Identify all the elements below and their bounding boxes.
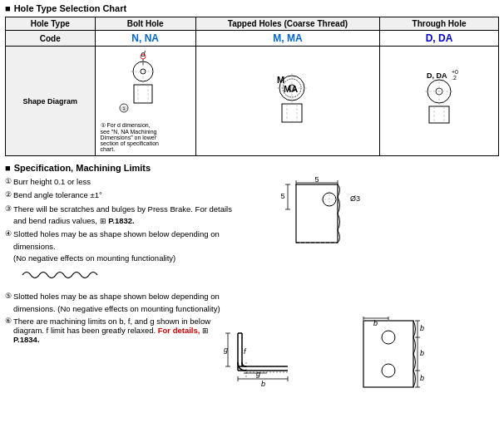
spec-6-num: ⑥ bbox=[5, 317, 12, 344]
dimension-diagram: 5 Ø3 5 bbox=[254, 176, 388, 268]
spec-1-text: Burr height 0.1 or less bbox=[13, 176, 91, 188]
svg-rect-19 bbox=[282, 104, 302, 122]
machining-diagrams: f g b g bbox=[221, 317, 499, 391]
machining-right-diagram: b b b b bbox=[359, 317, 451, 391]
col-header-bolt: Bolt Hole bbox=[95, 17, 195, 31]
spec-item-1: ① Burr height 0.1 or less bbox=[5, 176, 246, 188]
spec-5-num: ⑤ bbox=[5, 291, 12, 315]
spec-item-3: ③ There will be scratches and bulges by … bbox=[5, 204, 246, 228]
svg-point-65 bbox=[382, 331, 395, 344]
svg-text:b: b bbox=[261, 380, 265, 388]
spec-5-text: Slotted holes may be as shape shown belo… bbox=[13, 291, 246, 315]
svg-point-66 bbox=[382, 364, 395, 377]
tapped-code: M, MA bbox=[195, 31, 379, 47]
spec-title-text: Specification, Machining Limits bbox=[14, 163, 151, 173]
bolt-code-text: N, NA bbox=[131, 32, 159, 44]
through-shape-cell: D, DA +0 .2 bbox=[380, 47, 499, 156]
spec-item-2: ② Bend angle tolerance ±1° bbox=[5, 189, 246, 201]
svg-text:Ø3: Ø3 bbox=[350, 194, 360, 203]
spec-item-6: ⑥ There are machining limits on b, f, an… bbox=[5, 317, 213, 344]
spec-section: ① Burr height 0.1 or less ② Bend angle t… bbox=[5, 176, 499, 317]
through-code: D, DA bbox=[380, 31, 499, 47]
col-header-tapped: Tapped Holes (Coarse Thread) bbox=[195, 17, 379, 31]
svg-text:g: g bbox=[224, 346, 228, 354]
svg-text:①: ① bbox=[121, 106, 126, 111]
wavy-shape-container bbox=[18, 266, 246, 287]
svg-rect-29 bbox=[429, 106, 449, 123]
tapped-shape-cell: M MA bbox=[195, 47, 379, 156]
spec-right-column: 5 Ø3 5 bbox=[254, 176, 499, 317]
spec-3-num: ③ bbox=[5, 204, 12, 228]
spec-4-text: Slotted holes may be as shape shown belo… bbox=[13, 228, 246, 264]
code-row-label: Code bbox=[6, 31, 96, 47]
svg-text:g: g bbox=[256, 370, 260, 378]
spec-section-title: Specification, Machining Limits bbox=[5, 163, 499, 173]
col-header-through: Through Hole bbox=[380, 17, 499, 31]
page-container: Hole Type Selection Chart Hole Type Bolt… bbox=[0, 0, 504, 447]
machining-left-diagram: f g b g bbox=[221, 317, 354, 391]
svg-text:b: b bbox=[420, 324, 424, 332]
svg-text:f: f bbox=[244, 347, 247, 356]
spec-left-column: ① Burr height 0.1 or less ② Bend angle t… bbox=[5, 176, 246, 317]
svg-rect-7 bbox=[134, 85, 152, 103]
bolt-shape-note: ① For d dimension, see "N, NA Machining … bbox=[99, 120, 161, 154]
spec-item-4: ④ Slotted holes may be as shape shown be… bbox=[5, 228, 246, 264]
svg-text:+0: +0 bbox=[452, 69, 458, 75]
hole-type-section-title: Hole Type Selection Chart bbox=[5, 3, 499, 13]
svg-text:D, DA: D, DA bbox=[427, 71, 447, 80]
tapped-hole-diagram: M MA bbox=[250, 65, 325, 135]
hole-type-table: Hole Type Bolt Hole Tapped Holes (Coarse… bbox=[5, 17, 499, 156]
hole-type-title-text: Hole Type Selection Chart bbox=[14, 3, 127, 13]
svg-text:5: 5 bbox=[314, 176, 319, 184]
svg-text:b: b bbox=[373, 319, 378, 327]
bottom-section: ⑥ There are machining limits on b, f, an… bbox=[5, 317, 499, 391]
bolt-shape-cell: d bbox=[95, 47, 195, 156]
bolt-hole-diagram: d bbox=[114, 48, 176, 119]
col-header-type: Hole Type bbox=[6, 17, 96, 31]
through-hole-diagram: D, DA +0 .2 bbox=[402, 65, 477, 135]
through-code-text: D, DA bbox=[426, 32, 453, 44]
spec-3-text: There will be scratches and bulges by Pr… bbox=[13, 204, 246, 228]
shape-row-label: Shape Diagram bbox=[6, 47, 96, 156]
spec-item-5: ⑤ Slotted holes may be as shape shown be… bbox=[5, 291, 246, 315]
tapped-code-text: M, MA bbox=[273, 32, 302, 44]
spec-2-text: Bend angle tolerance ±1° bbox=[13, 189, 102, 201]
bolt-code: N, NA bbox=[95, 31, 195, 47]
wavy-shape-diagram bbox=[18, 266, 101, 284]
spec-6-text: There are machining limits on b, f, and … bbox=[13, 317, 213, 344]
svg-text:b: b bbox=[420, 374, 424, 382]
svg-text:.2: .2 bbox=[452, 75, 457, 81]
svg-text:5: 5 bbox=[280, 192, 284, 200]
spec-1-num: ① bbox=[5, 176, 12, 188]
spec-item-6-container: ⑥ There are machining limits on b, f, an… bbox=[5, 317, 213, 391]
spec-4-num: ④ bbox=[5, 228, 12, 264]
svg-text:b: b bbox=[420, 349, 424, 357]
spec-list: ① Burr height 0.1 or less ② Bend angle t… bbox=[5, 176, 246, 315]
spec-2-num: ② bbox=[5, 189, 12, 201]
